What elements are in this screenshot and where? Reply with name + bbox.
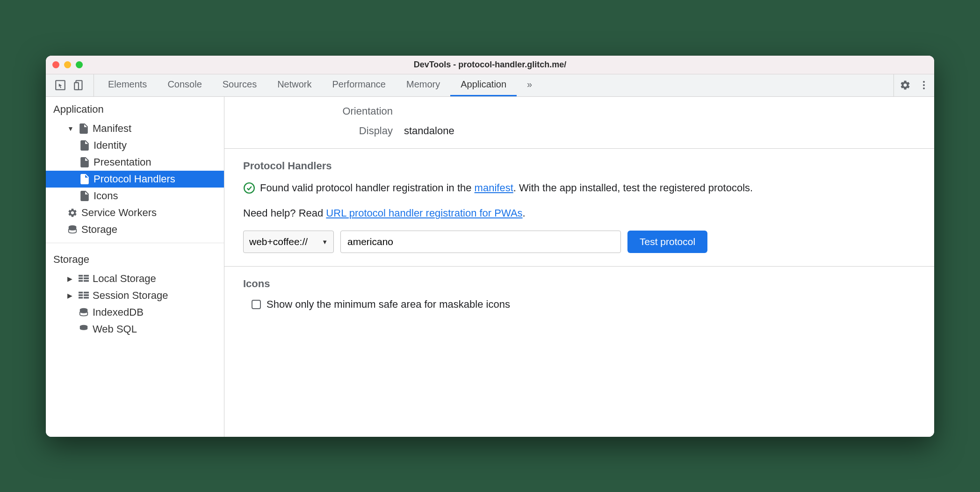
chevron-down-icon: ▼: [322, 239, 328, 246]
tab-memory[interactable]: Memory: [396, 74, 450, 96]
icons-section: Icons Show only the minimum safe area fo…: [224, 266, 934, 324]
svg-point-3: [923, 81, 925, 83]
protocol-handlers-heading: Protocol Handlers: [243, 160, 915, 172]
devtools-tabs: Elements Console Sources Network Perform…: [98, 74, 890, 96]
sidebar-divider: [46, 243, 224, 243]
toolbar-left-group: [54, 74, 94, 96]
sidebar-item-identity[interactable]: Identity: [46, 137, 224, 154]
database-icon: [79, 324, 89, 334]
sidebar-section-storage: Storage: [46, 247, 224, 270]
toolbar-right-group: [894, 74, 930, 96]
file-icon: [79, 140, 90, 151]
titlebar: DevTools - protocol-handler.glitch.me/: [46, 56, 934, 74]
svg-rect-16: [84, 294, 89, 296]
settings-icon[interactable]: [900, 80, 911, 91]
svg-rect-18: [84, 297, 89, 298]
sidebar-section-application: Application: [46, 97, 224, 120]
expand-arrow-icon: ▶: [67, 292, 75, 299]
main-panel: Orientation Display standalone Protocol …: [224, 97, 934, 437]
window-title: DevTools - protocol-handler.glitch.me/: [414, 60, 567, 70]
sidebar-item-label: Web SQL: [93, 323, 137, 335]
more-tabs-button[interactable]: »: [517, 74, 542, 96]
minimize-window-button[interactable]: [64, 61, 71, 68]
manifest-link[interactable]: manifest: [475, 182, 513, 194]
sidebar-item-label: Service Workers: [81, 207, 157, 219]
svg-rect-2: [74, 83, 79, 90]
sidebar-item-service-workers[interactable]: Service Workers: [46, 204, 224, 221]
database-icon: [79, 307, 89, 318]
sidebar-item-local-storage[interactable]: ▶ Local Storage: [46, 270, 224, 287]
protocol-scheme-select[interactable]: web+coffee:// ▼: [243, 231, 334, 253]
expand-arrow-icon: ▼: [67, 125, 75, 132]
select-value: web+coffee://: [249, 236, 308, 247]
svg-point-5: [923, 87, 925, 89]
file-icon: [79, 191, 90, 201]
tab-network[interactable]: Network: [267, 74, 322, 96]
maskable-checkbox-row[interactable]: Show only the minimum safe area for mask…: [243, 298, 915, 311]
table-icon: [79, 290, 89, 301]
tab-performance[interactable]: Performance: [322, 74, 396, 96]
protocol-handlers-section: Protocol Handlers Found valid protocol h…: [224, 148, 934, 267]
svg-rect-14: [84, 291, 89, 293]
tab-sources[interactable]: Sources: [212, 74, 267, 96]
help-link[interactable]: URL protocol handler registration for PW…: [326, 207, 522, 219]
file-icon: [79, 123, 89, 134]
orientation-label: Orientation: [224, 105, 393, 117]
expand-arrow-icon: ▶: [67, 275, 75, 282]
help-text-prefix: Need help? Read: [243, 207, 326, 219]
device-toggle-icon[interactable]: [73, 79, 85, 91]
status-message: Found valid protocol handler registratio…: [243, 181, 915, 198]
tab-console[interactable]: Console: [157, 74, 212, 96]
orientation-row: Orientation: [224, 101, 934, 121]
panel-body: Application ▼ Manifest Identity Presenta…: [46, 97, 934, 437]
sidebar-item-label: Protocol Handlers: [94, 173, 175, 185]
sidebar-item-storage[interactable]: Storage: [46, 221, 224, 238]
svg-rect-13: [79, 291, 83, 293]
svg-rect-7: [79, 275, 83, 276]
help-text-suffix: .: [523, 207, 526, 219]
sidebar-item-indexeddb[interactable]: ▶ IndexedDB: [46, 304, 224, 321]
check-circle-icon: [243, 182, 255, 198]
svg-rect-10: [84, 277, 89, 279]
protocol-test-row: web+coffee:// ▼ Test protocol: [243, 231, 915, 253]
checkbox-label: Show only the minimum safe area for mask…: [267, 298, 510, 311]
sidebar-item-label: Icons: [94, 190, 118, 202]
sidebar-item-label: Storage: [81, 224, 117, 236]
display-value: standalone: [404, 125, 454, 137]
sidebar-item-icons[interactable]: Icons: [46, 188, 224, 204]
close-window-button[interactable]: [52, 61, 59, 68]
sidebar-item-websql[interactable]: ▶ Web SQL: [46, 321, 224, 338]
tab-application[interactable]: Application: [450, 74, 517, 96]
sidebar-item-session-storage[interactable]: ▶ Session Storage: [46, 287, 224, 304]
maskable-checkbox[interactable]: [252, 300, 261, 309]
icons-heading: Icons: [243, 278, 915, 290]
sidebar-item-label: Manifest: [93, 123, 131, 135]
svg-rect-9: [79, 277, 83, 279]
devtools-window: DevTools - protocol-handler.glitch.me/ E…: [46, 56, 934, 437]
sidebar-item-label: IndexedDB: [93, 306, 144, 318]
sidebar-item-manifest[interactable]: ▼ Manifest: [46, 120, 224, 137]
sidebar-item-protocol-handlers[interactable]: Protocol Handlers: [46, 171, 224, 188]
svg-rect-11: [79, 280, 83, 282]
maximize-window-button[interactable]: [76, 61, 83, 68]
sidebar-item-label: Local Storage: [93, 273, 156, 285]
devtools-toolbar: Elements Console Sources Network Perform…: [46, 74, 934, 97]
status-text-suffix: . With the app installed, test the regis…: [513, 182, 753, 194]
status-text-prefix: Found valid protocol handler registratio…: [260, 182, 475, 194]
protocol-path-input[interactable]: [340, 231, 621, 253]
svg-rect-17: [79, 297, 83, 298]
table-icon: [79, 274, 89, 284]
inspect-element-icon[interactable]: [54, 79, 66, 91]
sidebar-item-label: Identity: [94, 139, 127, 152]
svg-point-21: [244, 183, 254, 193]
tab-elements[interactable]: Elements: [98, 74, 157, 96]
test-protocol-button[interactable]: Test protocol: [627, 231, 707, 253]
svg-point-4: [923, 84, 925, 86]
gear-icon: [67, 208, 78, 218]
sidebar-item-label: Session Storage: [93, 289, 168, 302]
display-row: Display standalone: [224, 121, 934, 141]
svg-rect-15: [79, 294, 83, 296]
sidebar-item-presentation[interactable]: Presentation: [46, 154, 224, 171]
more-menu-icon[interactable]: [918, 80, 930, 91]
file-icon: [79, 174, 90, 184]
